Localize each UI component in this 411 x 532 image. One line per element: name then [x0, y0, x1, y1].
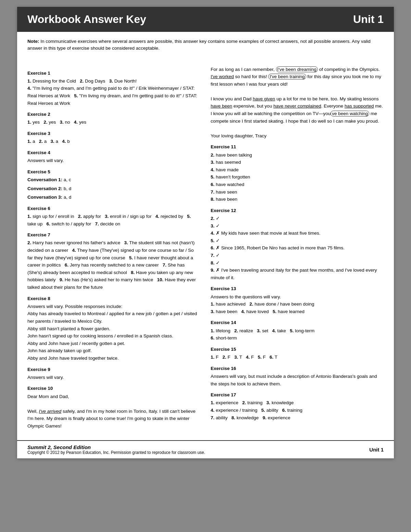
- exercise-3: Exercise 3 1. a 2. a 3. a 4. b: [27, 130, 200, 145]
- header: Workbook Answer Key Unit 1: [17, 7, 394, 32]
- exercise-4: Exercise 4 Answers will vary.: [27, 149, 200, 164]
- underline-nevercomplained: have never complained: [273, 103, 321, 109]
- ex14-content: 1. lifelong 2. realize 3. set 4. take 5.…: [211, 327, 384, 342]
- left-column: Exercise 1 1. Dressing for the Cold 2. D…: [27, 66, 200, 430]
- ex6-content: 1. sign up for / enroll in 2. apply for …: [27, 213, 200, 227]
- exercise-17: Exercise 17 1. experience 2. training 3.…: [211, 392, 384, 421]
- ex15-title: Exercise 15: [211, 346, 384, 353]
- footer-copyright: Copyright © 2012 by Pearson Education, I…: [27, 450, 205, 455]
- underline-been: have been: [211, 103, 232, 109]
- ex13-content: Answers to the questions will vary. 1. h…: [211, 293, 384, 316]
- ex5-conv2: Conversation 2: b, d: [27, 185, 200, 193]
- exercise-14: Exercise 14 1. lifelong 2. realize 3. se…: [211, 319, 384, 342]
- ex3-title: Exercise 3: [27, 130, 200, 137]
- ex11-title: Exercise 11: [211, 144, 384, 150]
- ex5-title: Exercise 5: [27, 169, 200, 175]
- note: Note: In communicative exercises where s…: [27, 38, 384, 52]
- ex10-content: Dear Mom and Dad, Well, I've arrived saf…: [27, 393, 200, 430]
- exercise-2: Exercise 2 1. yes 2. yes 3. no 4. yes: [27, 111, 200, 126]
- ex5-conv3: Conversation 3: a, d: [27, 194, 200, 201]
- ex16-title: Exercise 16: [211, 365, 384, 372]
- ex2-title: Exercise 2: [27, 111, 200, 118]
- letter-continuation: For as long as I can remember, I've been…: [211, 66, 384, 140]
- page: Workbook Answer Key Unit 1 Note: In comm…: [17, 7, 394, 458]
- ex12-content: 2. ✓ 3. ✓ 4. ✗ My kids have seen that mo…: [211, 215, 384, 281]
- ex14-title: Exercise 14: [211, 319, 384, 326]
- exercise-1: Exercise 1 1. Dressing for the Cold 2. D…: [27, 70, 200, 107]
- ex9-content: Answers will vary.: [27, 374, 200, 381]
- ex7-title: Exercise 7: [27, 232, 200, 238]
- ex11-content: 2. have been talking 3. has seemed 4. ha…: [211, 151, 384, 203]
- footer-left: Summit 2, Second Edition Copyright © 201…: [27, 444, 205, 455]
- ex7-content: 2. Harry has never ignored his father's …: [27, 239, 200, 291]
- exercise-5: Exercise 5 Conversation 1: a, c Conversa…: [27, 169, 200, 201]
- ex17-title: Exercise 17: [211, 392, 384, 398]
- footer-book-info: Summit 2, Second Edition: [27, 444, 205, 450]
- ex8-title: Exercise 8: [27, 295, 200, 302]
- ex1-content: 1. Dressing for the Cold 2. Dog Days 3. …: [27, 77, 200, 107]
- ex15-content: 1. F 2. F 3. T 4. F 5. F 6. T: [211, 354, 384, 361]
- exercise-6: Exercise 6 1. sign up for / enroll in 2.…: [27, 205, 200, 227]
- ex2-content: 1. yes 2. yes 3. no 4. yes: [27, 119, 200, 126]
- right-column: For as long as I can remember, I've been…: [211, 66, 384, 430]
- exercise-16: Exercise 16 Answers will vary, but must …: [211, 365, 384, 387]
- ex10-title: Exercise 10: [27, 385, 200, 392]
- exercise-11: Exercise 11 2. have been talking 3. has …: [211, 144, 384, 203]
- ex4-title: Exercise 4: [27, 149, 200, 156]
- ex9-title: Exercise 9: [27, 366, 200, 373]
- header-unit: Unit 1: [353, 13, 384, 26]
- ex1-title: Exercise 1: [27, 70, 200, 77]
- exercise-13: Exercise 13 Answers to the questions wil…: [211, 285, 384, 315]
- note-label: Note:: [27, 39, 39, 44]
- footer-unit: Unit 1: [369, 447, 384, 453]
- header-title: Workbook Answer Key: [27, 13, 146, 26]
- ex10-arrived: I've arrived: [39, 409, 62, 414]
- exercise-10: Exercise 10 Dear Mom and Dad, Well, I've…: [27, 385, 200, 430]
- ex6-title: Exercise 6: [27, 205, 200, 212]
- exercise-8: Exercise 8 Answers will vary. Possible r…: [27, 295, 200, 362]
- ex13-title: Exercise 13: [211, 285, 384, 292]
- underline-supported: has supported: [345, 103, 374, 109]
- ex12-title: Exercise 12: [211, 207, 384, 214]
- note-text: In communicative exercises where several…: [27, 39, 371, 51]
- circle-watching: ve been watching: [331, 111, 369, 116]
- footer-book-title: Summit 2, Second Edition: [27, 444, 91, 450]
- exercise-9: Exercise 9 Answers will vary.: [27, 366, 200, 381]
- main-content: Exercise 1 1. Dressing for the Cold 2. D…: [17, 58, 394, 437]
- ex3-content: 1. a 2. a 3. a 4. b: [27, 138, 200, 145]
- exercise-15: Exercise 15 1. F 2. F 3. T 4. F 5. F 6. …: [211, 346, 384, 361]
- ex17-content: 1. experience 2. training 3. knowledge 4…: [211, 399, 384, 421]
- ex16-content: Answers will vary, but must include a de…: [211, 373, 384, 387]
- ex8-content: Answers will vary. Possible responses in…: [27, 303, 200, 362]
- footer: Summit 2, Second Edition Copyright © 201…: [17, 440, 394, 458]
- ex5-conv1: Conversation 1: a, c: [27, 176, 200, 184]
- exercise-7: Exercise 7 2. Harry has never ignored hi…: [27, 232, 200, 291]
- ex4-content: Answers will vary.: [27, 157, 200, 164]
- underline-worked: I've worked: [211, 74, 234, 79]
- exercise-12: Exercise 12 2. ✓ 3. ✓ 4. ✗ My kids have …: [211, 207, 384, 282]
- underline-given: have given: [253, 96, 275, 101]
- circle-training: I've been training: [268, 74, 306, 79]
- circle-dreaming: I've been dreaming: [276, 66, 318, 72]
